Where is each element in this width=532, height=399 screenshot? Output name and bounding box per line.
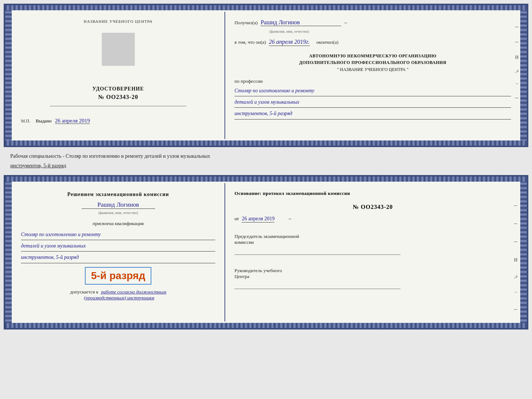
issued-date: 26 апреля 2019 <box>55 118 90 124</box>
org-label-top: НАЗВАНИЕ УЧЕБНОГО ЦЕНТРА <box>84 19 153 24</box>
r-dash-2: – <box>514 220 518 227</box>
profession-line3: инструментов, 5-й разряд <box>234 109 511 119</box>
qualification-label: присвоена квалификация <box>93 221 144 227</box>
date-dash: – <box>288 216 291 222</box>
name-value-bottom: Рашид Логинов <box>82 201 155 209</box>
name-sublabel-bottom: (фамилия, имя, отчество) <box>98 211 138 215</box>
chairman-label: Председатель экзаменационной <box>234 234 511 239</box>
profession-line1: Столяр по изготовлению и ремонту <box>234 86 511 96</box>
org-line1: АВТОНОМНУЮ НЕКОММЕРЧЕСКУЮ ОРГАНИЗАЦИЮ <box>234 53 511 59</box>
director-label: Руководитель учебного <box>234 268 511 274</box>
cert-number: № OO2343-20 <box>92 94 144 100</box>
name-sublabel: (фамилия, имя, отчество) <box>269 29 309 33</box>
qual-line1: Столяр по изготовлению и ремонту <box>21 230 215 240</box>
allowed-label: допускается к <box>70 289 98 295</box>
date-value: 26 апреля 2019г. <box>269 39 310 46</box>
dash-1: – <box>515 23 520 31</box>
dash-2: – <box>515 38 520 46</box>
org-line2: ДОПОЛНИТЕЛЬНОГО ПРОФЕССИОНАЛЬНОГО ОБРАЗО… <box>234 59 511 66</box>
qual-line3: инструментов, 5-й разряд <box>21 253 215 263</box>
r-dash-5: ¸а <box>514 274 518 279</box>
dash-5: ← <box>515 81 520 86</box>
received-label: Получил(а) <box>234 20 258 26</box>
dash-6: – <box>515 94 520 101</box>
name-value-top: Рашид Логинов <box>260 19 341 26</box>
cert-title: УДОСТОВЕРЕНИЕ <box>92 86 144 92</box>
qual-line2: деталей и узлов музыкальных <box>21 241 215 252</box>
date-prefix: от <box>234 216 239 222</box>
between-label: Рабочая специальность - Столяр по изгото… <box>7 152 525 161</box>
profession-label: по профессии <box>234 78 511 84</box>
dash-4: ¸а <box>515 68 520 74</box>
protocol-number: № OO2343-20 <box>234 204 511 210</box>
r-dash-7: – <box>514 305 518 313</box>
r-dash-1: – <box>514 202 518 209</box>
basis-label: Основание: протокол экзаменационной коми… <box>234 190 511 196</box>
issued-label: Выдано <box>36 118 51 124</box>
dash-3: и <box>515 53 520 61</box>
date-value-bottom: 26 апреля 2019 <box>242 216 274 222</box>
org-name: " НАЗВАНИЕ УЧЕБНОГО ЦЕНТРА " <box>234 67 511 72</box>
rank-highlight: 5-й разряд <box>91 270 145 282</box>
r-dash-3: – <box>514 238 518 245</box>
dash-after-name: – <box>344 20 347 26</box>
between-label2: инструментов, 5-й разряд <box>7 161 525 171</box>
allowed-value2: (производственным) инструкциям <box>84 295 154 300</box>
chairman-label2: комиссии <box>234 239 511 245</box>
profession-line2: деталей и узлов музыкальных <box>234 97 511 108</box>
r-dash-6: ← <box>514 289 518 295</box>
r-dash-4: и <box>514 256 518 263</box>
allowed-value: работе согласно должностным <box>101 289 166 295</box>
stamp-area <box>102 33 135 66</box>
date-label: в том, что он(а) <box>234 39 266 45</box>
finished-label: окончил(а) <box>316 39 338 45</box>
director-label2: Центра <box>234 274 511 279</box>
stamp-label: М.П. <box>21 118 30 124</box>
decision-label: Решением экзаменационной комиссии <box>67 190 169 198</box>
